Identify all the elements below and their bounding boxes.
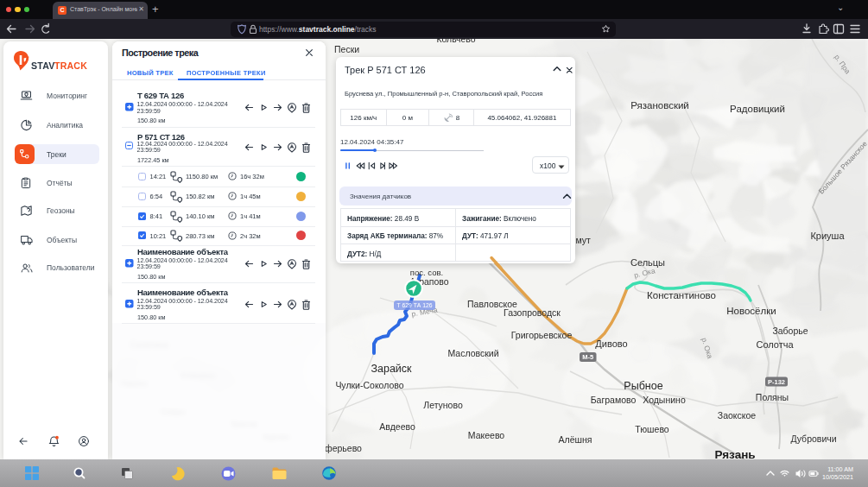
svg-text:Р-132: Р-132 (768, 378, 785, 386)
svg-text:Поляны: Поляны (756, 392, 789, 402)
svg-text:Летуново: Летуново (423, 400, 463, 410)
svg-text:Заокское: Заокское (718, 410, 757, 421)
svg-text:Пески: Пески (334, 44, 359, 54)
svg-text:Баграмово: Баграмово (591, 395, 637, 405)
svg-text:М-5: М-5 (582, 353, 593, 361)
svg-text:ферьево: ферьево (325, 443, 362, 453)
svg-text:Ходынино: Ходынино (643, 395, 686, 405)
svg-text:Новосёлки: Новосёлки (726, 306, 776, 316)
svg-text:Дубровичи: Дубровичи (790, 433, 836, 444)
svg-text:Масловский: Масловский (447, 348, 498, 358)
svg-text:Рязановский: Рязановский (630, 100, 689, 111)
svg-text:Алёшня: Алёшня (559, 434, 592, 445)
svg-text:STAV: STAV (31, 60, 54, 71)
svg-text:Солотча: Солотча (756, 339, 794, 350)
svg-text:Дивово: Дивово (595, 338, 627, 349)
svg-text:Т 629 ТА 126: Т 629 ТА 126 (397, 302, 433, 308)
svg-text:Авдеево: Авдеево (379, 421, 415, 432)
svg-text:Зарайск: Зарайск (371, 363, 412, 375)
svg-text:Криуша: Криуша (810, 231, 845, 241)
svg-text:Чулки-Соколово: Чулки-Соколово (335, 380, 403, 390)
svg-text:Павловское: Павловское (467, 299, 517, 309)
svg-text:Рязань: Рязань (714, 448, 755, 459)
svg-text:Макеево: Макеево (468, 430, 505, 440)
svg-text:TRACK: TRACK (54, 60, 87, 71)
svg-text:Сельцы: Сельцы (630, 257, 665, 268)
svg-text:Тюшево: Тюшево (635, 424, 669, 434)
svg-text:Кольчёво: Кольчёво (436, 39, 475, 44)
svg-text:Радовицкий: Радовицкий (730, 104, 785, 114)
svg-text:Григорьевское: Григорьевское (511, 330, 573, 340)
svg-text:Заборье: Заборье (772, 326, 808, 336)
svg-text:Рыбное: Рыбное (624, 380, 662, 392)
svg-text:Константиново: Константиново (647, 290, 716, 300)
